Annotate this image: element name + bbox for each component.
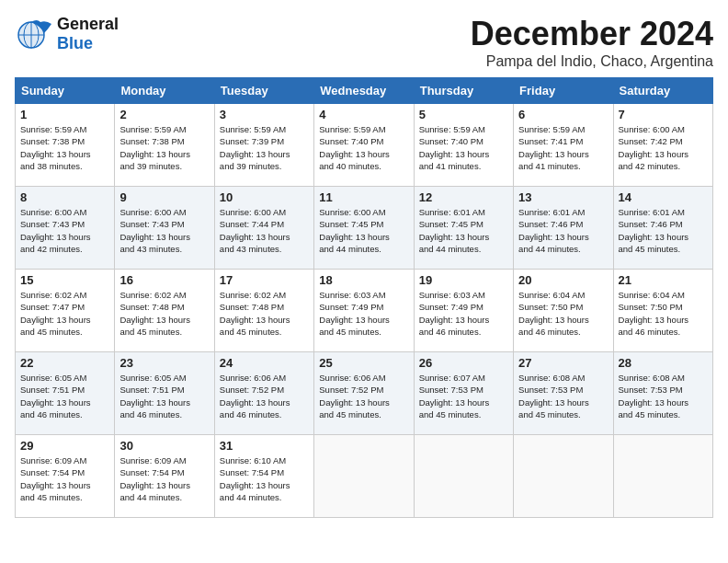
day-number: 26 — [419, 356, 508, 370]
calendar-title: December 2024 Pampa del Indio, Chaco, Ar… — [471, 15, 713, 70]
calendar-day-cell: 22Sunrise: 6:05 AMSunset: 7:51 PMDayligh… — [16, 352, 115, 435]
calendar-day-cell: 10Sunrise: 6:00 AMSunset: 7:44 PMDayligh… — [214, 187, 313, 270]
day-number: 23 — [119, 356, 209, 370]
day-number: 27 — [518, 356, 608, 370]
day-info: Sunrise: 5:59 AMSunset: 7:38 PMDaylight:… — [119, 123, 209, 172]
day-number: 1 — [20, 108, 109, 121]
header-sunday: Sunday — [16, 78, 115, 104]
calendar-day-cell: 29Sunrise: 6:09 AMSunset: 7:54 PMDayligh… — [16, 435, 115, 518]
header-friday: Friday — [514, 78, 613, 104]
day-info: Sunrise: 6:01 AMSunset: 7:45 PMDaylight:… — [419, 206, 508, 255]
calendar-day-cell: 24Sunrise: 6:06 AMSunset: 7:52 PMDayligh… — [214, 352, 313, 435]
calendar-day-cell: 27Sunrise: 6:08 AMSunset: 7:53 PMDayligh… — [514, 352, 613, 435]
day-info: Sunrise: 6:09 AMSunset: 7:54 PMDaylight:… — [20, 454, 109, 503]
day-info: Sunrise: 6:01 AMSunset: 7:46 PMDaylight:… — [518, 206, 608, 255]
day-info: Sunrise: 5:59 AMSunset: 7:40 PMDaylight:… — [319, 123, 408, 172]
day-number: 29 — [20, 439, 109, 453]
calendar-day-cell: 26Sunrise: 6:07 AMSunset: 7:53 PMDayligh… — [414, 352, 513, 435]
day-info: Sunrise: 6:01 AMSunset: 7:46 PMDaylight:… — [619, 206, 708, 255]
calendar-day-cell: 2Sunrise: 5:59 AMSunset: 7:38 PMDaylight… — [115, 104, 214, 187]
day-number: 17 — [220, 273, 309, 287]
day-info: Sunrise: 5:59 AMSunset: 7:39 PMDaylight:… — [220, 123, 309, 172]
day-info: Sunrise: 6:02 AMSunset: 7:48 PMDaylight:… — [220, 289, 309, 338]
day-info: Sunrise: 6:00 AMSunset: 7:44 PMDaylight:… — [220, 206, 309, 255]
calendar-day-cell: 15Sunrise: 6:02 AMSunset: 7:47 PMDayligh… — [16, 270, 115, 352]
logo-general: General — [57, 15, 119, 34]
day-number: 8 — [20, 190, 109, 204]
day-number: 25 — [319, 356, 408, 370]
calendar-day-cell — [613, 435, 712, 518]
day-number: 18 — [319, 273, 408, 287]
day-info: Sunrise: 6:07 AMSunset: 7:53 PMDaylight:… — [419, 372, 508, 420]
day-number: 24 — [220, 356, 309, 370]
calendar-day-cell: 1Sunrise: 5:59 AMSunset: 7:38 PMDaylight… — [16, 104, 115, 187]
day-number: 2 — [119, 108, 209, 121]
day-info: Sunrise: 6:05 AMSunset: 7:51 PMDaylight:… — [119, 372, 209, 420]
calendar-day-cell: 18Sunrise: 6:03 AMSunset: 7:49 PMDayligh… — [314, 270, 414, 352]
logo: General Blue — [15, 15, 119, 53]
day-number: 28 — [619, 356, 708, 370]
day-info: Sunrise: 6:06 AMSunset: 7:52 PMDaylight:… — [220, 372, 309, 420]
day-number: 9 — [119, 190, 209, 204]
day-info: Sunrise: 6:08 AMSunset: 7:53 PMDaylight:… — [619, 372, 708, 420]
calendar-day-cell: 16Sunrise: 6:02 AMSunset: 7:48 PMDayligh… — [115, 270, 214, 352]
calendar-day-cell: 11Sunrise: 6:00 AMSunset: 7:45 PMDayligh… — [314, 187, 414, 270]
day-number: 10 — [220, 190, 309, 204]
calendar-day-cell: 3Sunrise: 5:59 AMSunset: 7:39 PMDaylight… — [214, 104, 313, 187]
calendar-week-row: 1Sunrise: 5:59 AMSunset: 7:38 PMDaylight… — [16, 104, 713, 187]
day-info: Sunrise: 6:05 AMSunset: 7:51 PMDaylight:… — [20, 372, 109, 420]
calendar-day-cell — [314, 435, 414, 518]
calendar-day-cell: 8Sunrise: 6:00 AMSunset: 7:43 PMDaylight… — [16, 187, 115, 270]
calendar-day-cell: 12Sunrise: 6:01 AMSunset: 7:45 PMDayligh… — [414, 187, 513, 270]
header-saturday: Saturday — [613, 78, 712, 104]
day-info: Sunrise: 6:03 AMSunset: 7:49 PMDaylight:… — [419, 289, 508, 338]
day-number: 30 — [119, 439, 209, 453]
calendar-week-row: 22Sunrise: 6:05 AMSunset: 7:51 PMDayligh… — [16, 352, 713, 435]
calendar-day-cell: 23Sunrise: 6:05 AMSunset: 7:51 PMDayligh… — [115, 352, 214, 435]
day-number: 7 — [619, 108, 708, 121]
calendar-day-cell: 30Sunrise: 6:09 AMSunset: 7:54 PMDayligh… — [115, 435, 214, 518]
calendar-day-cell: 21Sunrise: 6:04 AMSunset: 7:50 PMDayligh… — [613, 270, 712, 352]
day-number: 5 — [419, 108, 508, 121]
day-number: 15 — [20, 273, 109, 287]
calendar-day-cell: 17Sunrise: 6:02 AMSunset: 7:48 PMDayligh… — [214, 270, 313, 352]
day-number: 6 — [518, 108, 608, 121]
calendar-table: Sunday Monday Tuesday Wednesday Thursday… — [15, 77, 713, 518]
day-info: Sunrise: 6:02 AMSunset: 7:48 PMDaylight:… — [119, 289, 209, 338]
day-info: Sunrise: 5:59 AMSunset: 7:41 PMDaylight:… — [518, 123, 608, 172]
header-monday: Monday — [115, 78, 214, 104]
day-info: Sunrise: 5:59 AMSunset: 7:40 PMDaylight:… — [419, 123, 508, 172]
day-info: Sunrise: 6:00 AMSunset: 7:42 PMDaylight:… — [619, 123, 708, 172]
calendar-day-cell: 28Sunrise: 6:08 AMSunset: 7:53 PMDayligh… — [613, 352, 712, 435]
calendar-day-cell: 31Sunrise: 6:10 AMSunset: 7:54 PMDayligh… — [214, 435, 313, 518]
header-tuesday: Tuesday — [214, 78, 313, 104]
day-number: 13 — [518, 190, 608, 204]
day-info: Sunrise: 6:10 AMSunset: 7:54 PMDaylight:… — [220, 454, 309, 503]
calendar-day-cell: 14Sunrise: 6:01 AMSunset: 7:46 PMDayligh… — [613, 187, 712, 270]
calendar-day-cell: 9Sunrise: 6:00 AMSunset: 7:43 PMDaylight… — [115, 187, 214, 270]
logo-icon — [15, 17, 53, 52]
page-header: General Blue December 2024 Pampa del Ind… — [15, 15, 713, 70]
day-info: Sunrise: 6:02 AMSunset: 7:47 PMDaylight:… — [20, 289, 109, 338]
calendar-day-cell: 13Sunrise: 6:01 AMSunset: 7:46 PMDayligh… — [514, 187, 613, 270]
calendar-day-cell: 19Sunrise: 6:03 AMSunset: 7:49 PMDayligh… — [414, 270, 513, 352]
day-number: 16 — [119, 273, 209, 287]
header-thursday: Thursday — [414, 78, 513, 104]
day-info: Sunrise: 6:00 AMSunset: 7:45 PMDaylight:… — [319, 206, 408, 255]
calendar-day-cell: 25Sunrise: 6:06 AMSunset: 7:52 PMDayligh… — [314, 352, 414, 435]
day-number: 22 — [20, 356, 109, 370]
logo-blue: Blue — [57, 34, 119, 53]
day-number: 21 — [619, 273, 708, 287]
calendar-week-row: 8Sunrise: 6:00 AMSunset: 7:43 PMDaylight… — [16, 187, 713, 270]
calendar-day-cell: 20Sunrise: 6:04 AMSunset: 7:50 PMDayligh… — [514, 270, 613, 352]
location: Pampa del Indio, Chaco, Argentina — [471, 53, 713, 70]
calendar-day-cell: 6Sunrise: 5:59 AMSunset: 7:41 PMDaylight… — [514, 104, 613, 187]
weekday-header-row: Sunday Monday Tuesday Wednesday Thursday… — [16, 78, 713, 104]
calendar-day-cell — [514, 435, 613, 518]
day-number: 14 — [619, 190, 708, 204]
day-number: 20 — [518, 273, 608, 287]
day-info: Sunrise: 6:04 AMSunset: 7:50 PMDaylight:… — [619, 289, 708, 338]
calendar-week-row: 29Sunrise: 6:09 AMSunset: 7:54 PMDayligh… — [16, 435, 713, 518]
day-number: 4 — [319, 108, 408, 121]
day-number: 11 — [319, 190, 408, 204]
